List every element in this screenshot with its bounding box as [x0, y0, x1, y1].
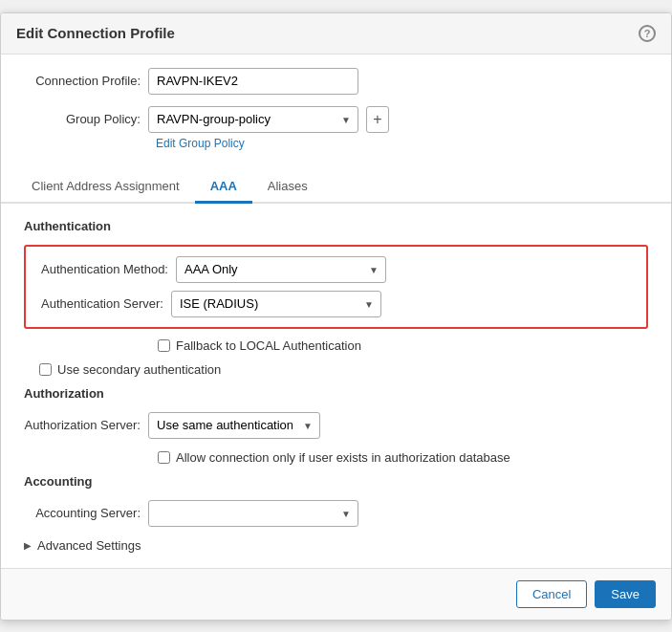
group-policy-select[interactable]: RAVPN-group-policy	[148, 106, 358, 133]
authorization-server-select-wrapper: Use same authentication server ▼	[148, 412, 320, 439]
edit-connection-profile-dialog: Edit Connection Profile ? Connection Pro…	[0, 12, 672, 621]
connection-profile-row: Connection Profile:	[24, 68, 648, 95]
auth-server-select-wrapper: ISE (RADIUS) ▼	[171, 291, 381, 317]
group-policy-row: Group Policy: RAVPN-group-policy ▼ +	[24, 106, 648, 133]
tab-aliases[interactable]: Aliases	[252, 171, 323, 204]
authorization-section-title: Authorization	[24, 386, 648, 401]
fallback-label: Fallback to LOCAL Authentication	[176, 338, 361, 353]
edit-group-policy-link[interactable]: Edit Group Policy	[156, 137, 648, 150]
advanced-settings-row[interactable]: ▶ Advanced Settings	[24, 538, 648, 553]
dialog-title: Edit Connection Profile	[16, 25, 175, 41]
use-secondary-label: Use secondary authentication	[57, 362, 221, 377]
allow-connection-checkbox[interactable]	[158, 451, 170, 464]
authentication-highlighted-box: Authentication Method: AAA Only ▼ Authen…	[24, 245, 648, 329]
accounting-section-title: Accounting	[24, 474, 648, 489]
connection-profile-input[interactable]	[148, 68, 358, 95]
authorization-server-select[interactable]: Use same authentication server	[148, 412, 320, 439]
accounting-server-row: Accounting Server: ▼	[24, 500, 648, 527]
auth-method-row: Authentication Method: AAA Only ▼	[41, 256, 631, 283]
auth-method-select-wrapper: AAA Only ▼	[176, 256, 386, 283]
cancel-button[interactable]: Cancel	[516, 580, 587, 608]
save-button[interactable]: Save	[595, 580, 656, 608]
tabs-bar: Client Address Assignment AAA Aliases	[1, 171, 671, 204]
dialog-footer: Cancel Save	[1, 568, 671, 620]
authentication-section-title: Authentication	[24, 219, 648, 233]
chevron-right-icon: ▶	[24, 540, 32, 551]
tab-aaa[interactable]: AAA	[195, 171, 252, 204]
auth-server-row: Authentication Server: ISE (RADIUS) ▼	[41, 291, 631, 317]
auth-method-label: Authentication Method:	[41, 262, 176, 276]
tab-client-address-assignment[interactable]: Client Address Assignment	[16, 171, 195, 204]
help-icon[interactable]: ?	[639, 25, 656, 42]
use-secondary-checkbox[interactable]	[39, 363, 52, 376]
accounting-server-select[interactable]	[148, 500, 358, 527]
fallback-checkbox[interactable]	[158, 339, 170, 352]
accounting-server-select-wrapper: ▼	[148, 500, 358, 527]
allow-connection-row: Allow connection only if user exists in …	[158, 450, 648, 465]
group-policy-select-wrapper: RAVPN-group-policy ▼	[148, 106, 358, 133]
auth-method-select[interactable]: AAA Only	[176, 256, 386, 283]
auth-server-select[interactable]: ISE (RADIUS)	[171, 291, 381, 317]
dialog-header: Edit Connection Profile ?	[1, 13, 671, 54]
fallback-checkbox-row: Fallback to LOCAL Authentication	[158, 338, 648, 353]
authorization-server-label: Authorization Server:	[24, 418, 148, 432]
use-secondary-row: Use secondary authentication	[39, 362, 648, 377]
connection-profile-label: Connection Profile:	[24, 74, 148, 88]
add-group-policy-button[interactable]: +	[366, 106, 389, 133]
accounting-server-label: Accounting Server:	[24, 506, 148, 520]
group-policy-label: Group Policy:	[24, 112, 148, 126]
allow-connection-label: Allow connection only if user exists in …	[176, 450, 510, 465]
auth-server-label: Authentication Server:	[41, 296, 171, 311]
tab-aaa-content: Authentication Authentication Method: AA…	[1, 204, 671, 568]
authorization-server-row: Authorization Server: Use same authentic…	[24, 412, 648, 439]
top-form-section: Connection Profile: Group Policy: RAVPN-…	[1, 54, 671, 171]
advanced-settings-label: Advanced Settings	[37, 538, 141, 553]
